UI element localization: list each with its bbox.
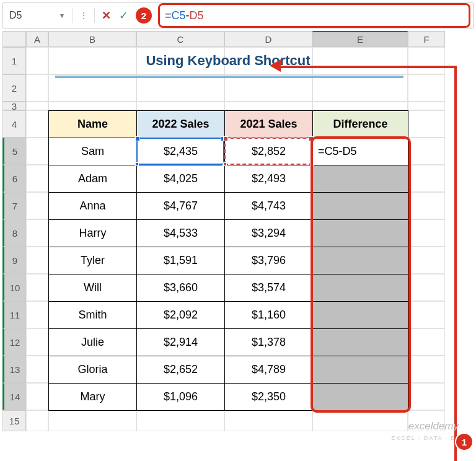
cell[interactable]: [408, 356, 445, 383]
cell-2022[interactable]: $3,660: [137, 274, 225, 302]
row-header[interactable]: 13: [2, 356, 26, 383]
cell[interactable]: [408, 301, 445, 328]
cell[interactable]: [26, 102, 48, 110]
cell[interactable]: [48, 410, 136, 431]
cell[interactable]: [408, 110, 445, 138]
enter-icon[interactable]: ✓: [116, 8, 131, 23]
name-box[interactable]: D5 ▾: [3, 3, 70, 28]
cell-2021[interactable]: $2,350: [225, 384, 313, 411]
cell[interactable]: [26, 165, 48, 192]
cell-2021[interactable]: $3,574: [225, 274, 313, 302]
row-header[interactable]: 7: [2, 192, 26, 219]
header-name[interactable]: Name: [49, 111, 137, 138]
cell-name[interactable]: Anna: [49, 193, 137, 220]
cell-2021[interactable]: $3,796: [225, 247, 313, 274]
cell-2021[interactable]: $1,378: [225, 329, 313, 356]
cell[interactable]: [136, 102, 224, 110]
cell[interactable]: [26, 328, 48, 356]
cell-difference[interactable]: [313, 356, 408, 384]
header-2021-sales[interactable]: 2021 Sales: [225, 111, 313, 138]
cell[interactable]: [408, 328, 445, 356]
cell[interactable]: [408, 383, 445, 410]
cell[interactable]: [26, 274, 48, 301]
cell[interactable]: [26, 74, 48, 102]
cell[interactable]: [408, 274, 445, 301]
row-header[interactable]: 2: [2, 74, 26, 102]
cell[interactable]: [26, 110, 48, 138]
cell[interactable]: [26, 47, 48, 74]
header-2022-sales[interactable]: 2022 Sales: [137, 111, 225, 138]
cell-2021[interactable]: $4,743: [225, 193, 313, 220]
cell[interactable]: [408, 219, 445, 247]
row-header[interactable]: 4: [2, 110, 26, 138]
cell-name[interactable]: Tyler: [49, 247, 137, 274]
cell-difference[interactable]: [313, 165, 408, 193]
row-header[interactable]: 15: [2, 410, 26, 431]
cell[interactable]: [224, 102, 312, 110]
cell[interactable]: [26, 410, 48, 431]
cell[interactable]: [26, 219, 48, 247]
cell-name[interactable]: Sam: [49, 138, 137, 165]
row-header[interactable]: 8: [2, 219, 26, 247]
cell-2022[interactable]: $1,096: [137, 384, 225, 411]
cell[interactable]: [312, 74, 408, 102]
cell-2021[interactable]: $2,852: [225, 138, 313, 165]
cell-2022[interactable]: $4,025: [137, 165, 225, 193]
cell[interactable]: [26, 138, 48, 165]
cell-difference[interactable]: [313, 193, 408, 220]
cell-2022[interactable]: $2,914: [137, 329, 225, 356]
more-icon[interactable]: ⋮: [76, 11, 92, 20]
row-header[interactable]: 11: [2, 301, 26, 328]
col-header-c[interactable]: C: [136, 31, 224, 47]
cell[interactable]: [408, 74, 445, 102]
row-header[interactable]: 1: [2, 47, 26, 74]
cell[interactable]: [224, 74, 312, 102]
cell[interactable]: [408, 192, 445, 219]
col-header-b[interactable]: B: [48, 31, 136, 47]
cell[interactable]: [408, 138, 445, 165]
cell-difference[interactable]: [313, 247, 408, 274]
cell[interactable]: [26, 247, 48, 274]
col-header-a[interactable]: A: [26, 31, 48, 47]
cell-name[interactable]: Mary: [49, 384, 137, 411]
cell-2021[interactable]: $4,789: [225, 356, 313, 384]
row-header[interactable]: 14: [2, 383, 26, 410]
cell[interactable]: [48, 74, 136, 102]
select-all-button[interactable]: [2, 31, 26, 47]
chevron-down-icon[interactable]: ▾: [60, 11, 64, 20]
cell-difference[interactable]: [313, 384, 408, 411]
cell[interactable]: [136, 410, 224, 431]
row-header[interactable]: 6: [2, 165, 26, 192]
cell[interactable]: [408, 102, 445, 110]
cell-name[interactable]: Gloria: [49, 356, 137, 384]
row-header[interactable]: 10: [2, 274, 26, 301]
col-header-e[interactable]: E: [312, 31, 408, 47]
row-header[interactable]: 5: [2, 138, 26, 165]
cell-difference-formula[interactable]: =C5-D5: [313, 138, 408, 165]
cell-difference[interactable]: [313, 329, 408, 356]
cell[interactable]: [26, 192, 48, 219]
cell-2021[interactable]: $1,160: [225, 302, 313, 329]
cell-name[interactable]: Smith: [49, 302, 137, 329]
cell-name[interactable]: Julie: [49, 329, 137, 356]
cell-difference[interactable]: [313, 220, 408, 247]
cell[interactable]: [408, 247, 445, 274]
cell[interactable]: [312, 102, 408, 110]
cell-2022[interactable]: $4,533: [137, 220, 225, 247]
cell-2022[interactable]: $2,092: [137, 302, 225, 329]
cancel-icon[interactable]: ✕: [99, 8, 113, 23]
cell[interactable]: [312, 410, 408, 431]
cell-name[interactable]: Will: [49, 274, 137, 302]
row-header[interactable]: 9: [2, 247, 26, 274]
cell[interactable]: [408, 47, 445, 74]
cell-2022[interactable]: $2,435: [137, 138, 225, 165]
header-difference[interactable]: Difference: [313, 111, 408, 138]
col-header-d[interactable]: D: [224, 31, 312, 47]
cell[interactable]: [136, 74, 224, 102]
cell-2022[interactable]: $2,652: [137, 356, 225, 384]
cell-name[interactable]: Adam: [49, 165, 137, 193]
row-header[interactable]: 12: [2, 328, 26, 356]
cell[interactable]: [48, 102, 136, 110]
cell-2022[interactable]: $1,591: [137, 247, 225, 274]
cell-2022[interactable]: $4,767: [137, 193, 225, 220]
